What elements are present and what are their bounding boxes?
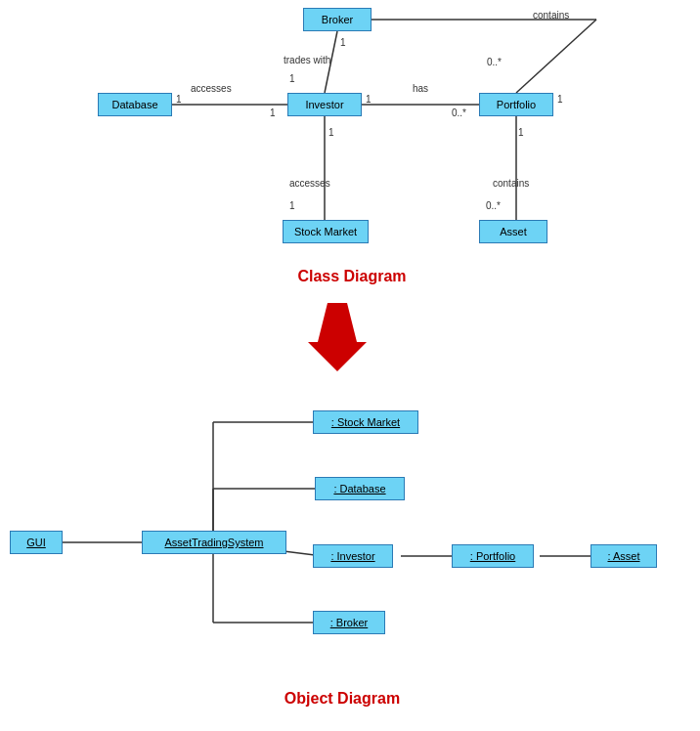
obj-stockmarket: : Stock Market <box>313 410 418 434</box>
class-database: Database <box>98 93 172 116</box>
class-investor: Investor <box>287 93 362 116</box>
mult-asset-portfolio-1: 1 <box>518 127 524 138</box>
obj-ats: AssetTradingSystem <box>142 531 286 554</box>
object-diagram-title: Object Diagram <box>235 690 450 708</box>
class-portfolio: Portfolio <box>479 93 553 116</box>
obj-investor: : Investor <box>313 544 393 568</box>
obj-asset: : Asset <box>591 544 657 568</box>
transition-arrow <box>308 303 367 371</box>
svg-marker-17 <box>308 303 367 371</box>
label-accesses-sm: accesses <box>289 178 330 189</box>
mult-investor-1a: 1 <box>289 73 295 84</box>
class-broker: Broker <box>303 8 372 31</box>
label-accesses-db: accesses <box>191 83 232 94</box>
mult-portfolio-0star: 0..* <box>452 108 466 118</box>
label-has: has <box>413 83 428 94</box>
class-stockmarket: Stock Market <box>283 220 369 243</box>
class-diagram-title: Class Diagram <box>254 268 450 285</box>
label-contains-portfolio: contains <box>533 10 569 21</box>
mult-investor-1b: 1 <box>270 108 276 118</box>
obj-broker: : Broker <box>313 611 385 634</box>
mult-asset-0star: 0..* <box>486 200 501 211</box>
label-contains-asset: contains <box>493 178 529 189</box>
mult-portfolio-1: 1 <box>557 94 563 105</box>
mult-investor-1c: 1 <box>366 94 372 105</box>
mult-broker-1: 1 <box>340 37 346 48</box>
obj-portfolio: : Portfolio <box>452 544 534 568</box>
mult-sm-investor-1: 1 <box>328 127 334 138</box>
mult-broker-portfolio: 0..* <box>487 57 502 67</box>
obj-database: : Database <box>315 477 405 500</box>
diagram-container: Broker Investor Database Portfolio Stock… <box>0 0 700 731</box>
class-asset: Asset <box>479 220 547 243</box>
obj-gui: GUI <box>10 531 63 554</box>
svg-line-2 <box>516 20 596 93</box>
mult-db-1: 1 <box>176 94 182 105</box>
label-trades-with: trades with <box>284 55 330 65</box>
mult-sm-1: 1 <box>289 200 295 211</box>
